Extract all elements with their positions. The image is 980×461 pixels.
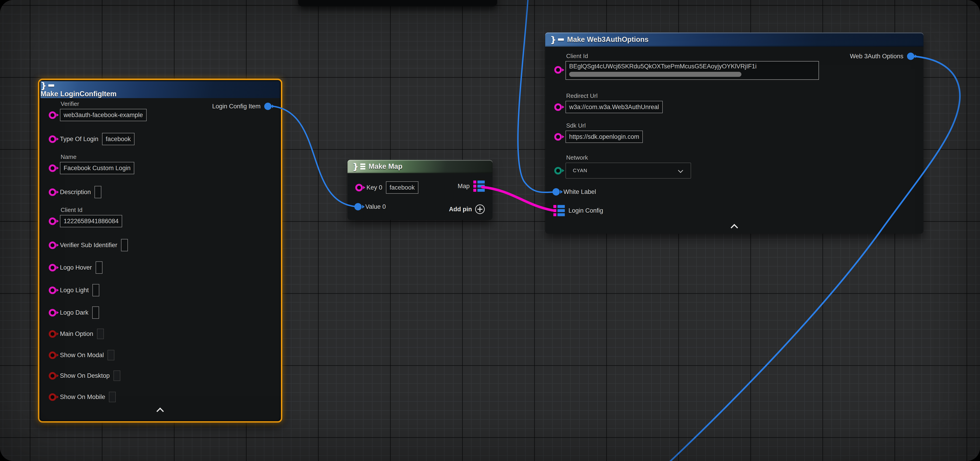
node-title: Make Web3AuthOptions xyxy=(567,35,649,44)
output-pin-label: Web 3Auth Options xyxy=(850,53,904,60)
login-config-item-output-pin[interactable] xyxy=(264,103,272,110)
logo-dark-pin[interactable] xyxy=(49,309,56,316)
verifier-input[interactable]: web3auth-facebook-example xyxy=(60,109,146,121)
map-output-pin[interactable] xyxy=(473,181,485,192)
sdk-url-input[interactable]: https://sdk.openlogin.com xyxy=(565,130,643,143)
add-pin-icon xyxy=(475,204,485,214)
node-header[interactable]: } Make Web3AuthOptions xyxy=(545,32,923,47)
logo-light-input[interactable] xyxy=(92,284,99,296)
show-on-mobile-checkbox[interactable] xyxy=(109,392,116,402)
collapse-node-chevron-icon[interactable] xyxy=(156,407,164,415)
main-option-checkbox[interactable] xyxy=(97,329,104,339)
white-label-pin[interactable] xyxy=(552,188,560,196)
client-id-pin[interactable] xyxy=(49,218,56,225)
verifier-pin[interactable] xyxy=(49,111,56,119)
verifier-sub-identifier-input[interactable] xyxy=(121,239,128,251)
logo-hover-input[interactable] xyxy=(95,261,102,274)
redirect-url-input[interactable]: w3a://com.w3a.Web3AuthUnreal xyxy=(565,101,663,113)
sdk-url-pin[interactable] xyxy=(554,133,562,141)
add-pin-button[interactable]: Add pin xyxy=(449,204,485,214)
wire-map-to-loginconfig xyxy=(482,187,553,210)
network-pin[interactable] xyxy=(554,167,562,175)
pin-caption: Verifier xyxy=(60,100,146,108)
collapse-node-chevron-icon[interactable] xyxy=(731,224,738,231)
login-config-pin[interactable] xyxy=(554,205,565,216)
redirect-url-pin[interactable] xyxy=(554,103,562,111)
logo-hover-pin[interactable] xyxy=(49,264,56,272)
network-dropdown[interactable]: CYAN xyxy=(565,162,691,179)
node-make-web3authoptions[interactable]: } Make Web3AuthOptions Web 3Auth Options… xyxy=(545,32,923,234)
show-on-desktop-pin[interactable] xyxy=(49,372,56,380)
chevron-down-icon xyxy=(678,168,683,173)
client-id-pin[interactable] xyxy=(554,66,562,74)
name-input[interactable]: Facebook Custom Login xyxy=(60,162,134,174)
web3auth-options-output-pin[interactable] xyxy=(907,52,914,60)
description-pin[interactable] xyxy=(49,188,56,196)
logo-light-pin[interactable] xyxy=(49,286,56,294)
make-struct-icon: } xyxy=(550,35,564,44)
type-of-login-pin[interactable] xyxy=(49,135,56,143)
node-title: Make LoginConfigItem xyxy=(40,90,116,98)
main-option-pin[interactable] xyxy=(49,330,56,338)
show-on-desktop-checkbox[interactable] xyxy=(113,370,120,381)
client-id-input[interactable]: 1222658941886084 xyxy=(60,215,122,227)
textbox-horizontal-scrollbar[interactable] xyxy=(569,72,741,77)
offscreen-node-edge xyxy=(298,0,497,6)
node-make-map[interactable]: } Make Map Key 0 facebook Map Value 0 Ad… xyxy=(347,160,493,220)
make-map-icon: } xyxy=(353,162,365,171)
show-on-modal-pin[interactable] xyxy=(49,351,56,359)
value0-pin[interactable] xyxy=(354,203,362,210)
node-make-loginconfigitem[interactable]: } Make LoginConfigItem Login Config Item… xyxy=(38,79,282,423)
name-pin[interactable] xyxy=(49,164,56,172)
make-struct-icon: } xyxy=(40,81,280,90)
description-input[interactable] xyxy=(94,186,101,198)
node-header[interactable]: } Make Map xyxy=(347,160,493,173)
verifier-sub-identifier-pin[interactable] xyxy=(49,242,56,249)
key0-input[interactable]: facebook xyxy=(386,181,418,194)
key0-pin[interactable] xyxy=(355,184,363,191)
node-header[interactable]: } Make LoginConfigItem xyxy=(40,81,280,98)
show-on-mobile-pin[interactable] xyxy=(49,393,56,401)
wire-loginconfigitem-to-value0 xyxy=(271,106,355,207)
client-id-input[interactable]: BEglQSgt4cUWcj6SKRdu5QkOXTsePmMcusG5EAoy… xyxy=(565,61,819,80)
node-title: Make Map xyxy=(369,162,402,170)
show-on-modal-checkbox[interactable] xyxy=(108,350,115,360)
type-of-login-input[interactable]: facebook xyxy=(102,133,135,145)
logo-dark-input[interactable] xyxy=(92,307,99,319)
output-pin-label: Login Config Item xyxy=(212,103,261,110)
blueprint-graph-canvas[interactable]: } Make LoginConfigItem Login Config Item… xyxy=(0,0,980,461)
